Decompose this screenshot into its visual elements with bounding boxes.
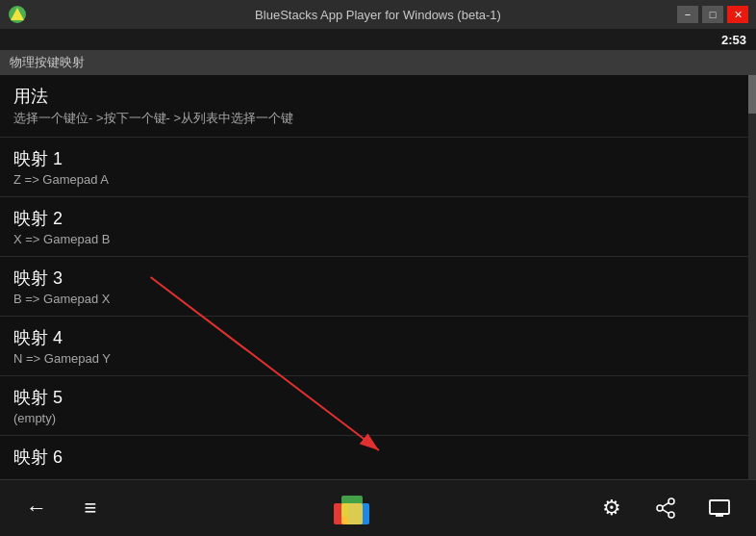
title-bar: BlueStacks App Player for Windows (beta-…: [0, 0, 756, 29]
item-title: 用法: [13, 85, 735, 108]
item-subtitle: Z => Gamepad A: [13, 172, 735, 187]
maximize-button[interactable]: □: [702, 6, 723, 23]
item-title: 映射 1: [13, 147, 735, 170]
window-title: BlueStacks App Player for Windows (beta-…: [255, 8, 501, 22]
section-header-label: 物理按键映射: [10, 54, 85, 71]
screen-button[interactable]: [702, 491, 737, 525]
scrollbar-thumb[interactable]: [748, 75, 756, 114]
item-subtitle: B => Gamepad X: [13, 292, 735, 306]
section-header: 物理按键映射: [0, 50, 756, 75]
list-item[interactable]: 用法选择一个键位- >按下一个键- >从列表中选择一个键: [0, 75, 748, 138]
item-title: 映射 3: [13, 267, 735, 290]
share-button[interactable]: [648, 491, 683, 525]
close-button[interactable]: ✕: [727, 6, 748, 23]
item-title: 映射 6: [13, 446, 735, 469]
bottom-bar: ← ≡ ⚙: [0, 479, 756, 536]
minimize-button[interactable]: −: [677, 6, 698, 23]
list-item[interactable]: 映射 4N => Gamepad Y: [0, 317, 748, 376]
time-bar: 2:53: [0, 29, 756, 50]
list-item[interactable]: 映射 5(empty): [0, 376, 748, 436]
mapping-list[interactable]: 用法选择一个键位- >按下一个键- >从列表中选择一个键映射 1Z => Gam…: [0, 75, 748, 479]
menu-button[interactable]: ≡: [73, 491, 108, 525]
item-subtitle: X => Gamepad B: [13, 232, 735, 246]
svg-rect-7: [341, 503, 363, 524]
bottom-left-controls: ← ≡: [19, 491, 108, 525]
bottom-right-controls: ⚙: [594, 491, 737, 525]
back-button[interactable]: ←: [19, 491, 54, 525]
clock-display: 2:53: [721, 33, 746, 47]
window-controls: − □ ✕: [677, 6, 748, 23]
bottom-center: [329, 486, 373, 530]
item-title: 映射 2: [13, 207, 735, 230]
svg-point-9: [657, 505, 663, 511]
list-item[interactable]: 映射 2X => Gamepad B: [0, 197, 748, 257]
item-subtitle: (empty): [13, 411, 735, 425]
item-title: 映射 4: [13, 326, 735, 349]
item-title: 映射 5: [13, 386, 735, 409]
scrollbar-track[interactable]: [748, 75, 756, 479]
list-item[interactable]: 映射 6: [0, 436, 748, 479]
app-logo: [8, 5, 27, 24]
svg-rect-13: [710, 500, 729, 514]
list-item[interactable]: 映射 1Z => Gamepad A: [0, 138, 748, 197]
item-subtitle: 选择一个键位- >按下一个键- >从列表中选择一个键: [13, 110, 735, 127]
svg-point-8: [668, 498, 674, 504]
settings-button[interactable]: ⚙: [594, 491, 629, 525]
list-item[interactable]: 映射 3B => Gamepad X: [0, 257, 748, 317]
item-subtitle: N => Gamepad Y: [13, 351, 735, 366]
svg-point-10: [668, 512, 674, 518]
content-area: 用法选择一个键位- >按下一个键- >从列表中选择一个键映射 1Z => Gam…: [0, 75, 756, 479]
svg-line-12: [663, 509, 669, 513]
svg-line-11: [663, 502, 669, 506]
bluestacks-logo[interactable]: [329, 486, 373, 530]
